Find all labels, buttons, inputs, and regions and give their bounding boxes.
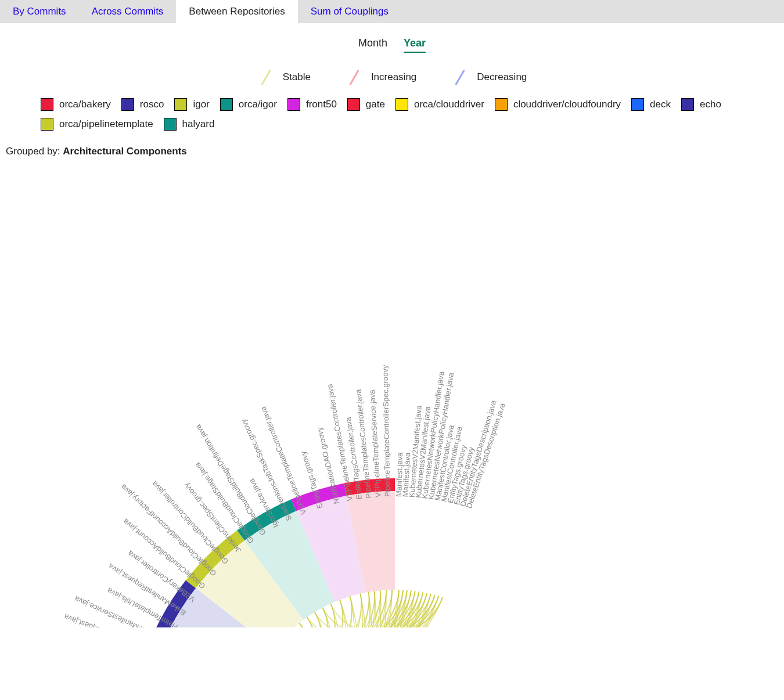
tab-bar: By CommitsAcross CommitsBetween Reposito… — [0, 0, 784, 23]
grouped-prefix: Grouped by: — [6, 146, 63, 157]
trend-decreasing: Decreasing — [451, 71, 527, 83]
trend-stable: Stable — [257, 71, 311, 83]
trend-increasing: Increasing — [346, 71, 416, 83]
repo-halyard[interactable]: halyard — [164, 118, 215, 131]
swatch-icon — [41, 118, 53, 131]
repo-deck[interactable]: deck — [631, 98, 671, 111]
trend-line-icon — [349, 69, 359, 85]
time-year[interactable]: Year — [404, 37, 426, 53]
swatch-icon — [41, 98, 53, 111]
repo-label: orca/igor — [239, 99, 277, 110]
swatch-icon — [395, 98, 408, 111]
swatch-icon — [174, 98, 187, 111]
repo-label: igor — [193, 99, 209, 110]
swatch-icon — [164, 118, 177, 131]
coupling-chart: udfoundryDestroyServiceStage.module.tsou… — [0, 157, 784, 627]
trend-line-icon — [261, 69, 271, 85]
repo-label: front50 — [306, 99, 337, 110]
swatch-icon — [631, 98, 644, 111]
repo-label: orca/pipelinetemplate — [59, 118, 153, 130]
repo-orca-pipelinetemplate[interactable]: orca/pipelinetemplate — [41, 118, 153, 131]
trend-label: Increasing — [371, 71, 416, 83]
repo-label: rosco — [140, 99, 164, 110]
file-label: PipelineTemplateControllerSpec.groovy — [380, 365, 391, 497]
repo-gate[interactable]: gate — [347, 98, 385, 111]
repo-label: deck — [650, 99, 671, 110]
grouped-value: Architectural Components — [63, 146, 186, 157]
repo-orca-bakery[interactable]: orca/bakery — [41, 98, 111, 111]
trend-label: Decreasing — [477, 71, 527, 83]
swatch-icon — [121, 98, 134, 111]
repo-orca-clouddriver[interactable]: orca/clouddriver — [395, 98, 484, 111]
repo-label: orca/bakery — [59, 99, 111, 110]
repo-label: halyard — [182, 118, 215, 130]
swatch-icon — [681, 98, 694, 111]
repo-label: orca/clouddriver — [414, 99, 484, 110]
repo-echo[interactable]: echo — [681, 98, 721, 111]
repo-label: gate — [366, 99, 385, 110]
swatch-icon — [287, 98, 300, 111]
repo-front50[interactable]: front50 — [287, 98, 337, 111]
swatch-icon — [347, 98, 360, 111]
repo-rosco[interactable]: rosco — [121, 98, 164, 111]
swatch-icon — [495, 98, 508, 111]
tab-across-commits[interactable]: Across Commits — [79, 0, 177, 23]
repo-orca-igor[interactable]: orca/igor — [220, 98, 277, 111]
tab-by-commits[interactable]: By Commits — [0, 0, 79, 23]
repo-legend: orca/bakeryroscoigororca/igorfront50gate… — [0, 98, 784, 141]
repo-clouddriver-cloudfoundry[interactable]: clouddriver/cloudfoundry — [495, 98, 621, 111]
coupling-line — [330, 604, 349, 627]
tab-sum-of-couplings[interactable]: Sum of Couplings — [298, 0, 401, 23]
grouped-by-label: Grouped by: Architectural Components — [0, 141, 784, 157]
time-toggle: MonthYear — [0, 37, 784, 53]
tab-between-repositories[interactable]: Between Repositories — [176, 0, 297, 23]
repo-label: clouddriver/cloudfoundry — [513, 99, 621, 110]
swatch-icon — [220, 98, 233, 111]
repo-igor[interactable]: igor — [174, 98, 209, 111]
trend-line-icon — [455, 69, 466, 85]
trend-label: Stable — [283, 71, 311, 83]
repo-label: echo — [700, 99, 721, 110]
trend-legend: StableIncreasingDecreasing — [0, 71, 784, 83]
time-month[interactable]: Month — [358, 37, 387, 53]
